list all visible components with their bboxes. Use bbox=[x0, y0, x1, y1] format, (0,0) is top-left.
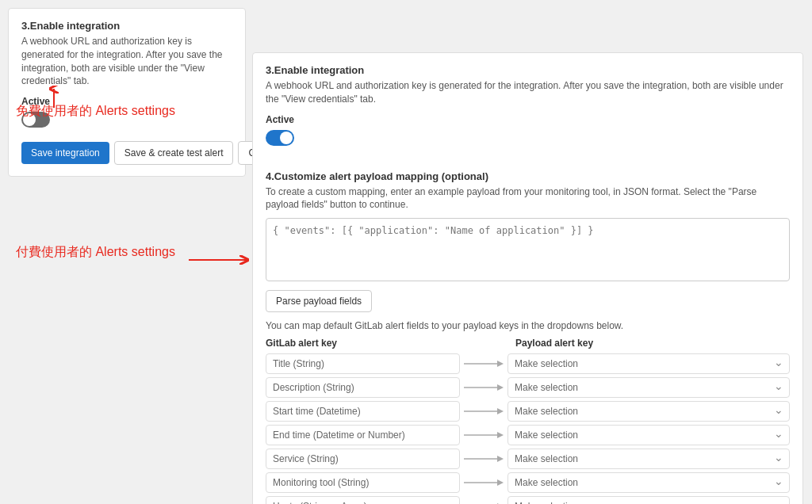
free-section3-title: 3.Enable integration bbox=[21, 20, 232, 32]
payload-select-wrapper: Make selection bbox=[508, 377, 790, 398]
payload-key-select[interactable]: Make selection bbox=[508, 401, 790, 422]
json-payload-textarea[interactable] bbox=[266, 218, 790, 281]
mapping-row: Make selection bbox=[266, 353, 790, 374]
svg-marker-3 bbox=[497, 361, 504, 367]
free-section3-desc: A webhook URL and authorization key is g… bbox=[21, 35, 232, 88]
payload-select-wrapper: Make selection bbox=[508, 472, 790, 493]
svg-marker-5 bbox=[497, 384, 504, 391]
gitlab-key-input bbox=[266, 353, 460, 374]
mapping-arrow-icon bbox=[460, 405, 508, 418]
gitlab-key-input bbox=[266, 425, 460, 445]
free-save-test-button[interactable]: Save & create test alert bbox=[114, 141, 234, 165]
mapping-row: Make selection bbox=[266, 496, 790, 504]
payload-key-select[interactable]: Make selection bbox=[508, 425, 790, 445]
paid-user-panel: 3.Enable integration A webhook URL and a… bbox=[252, 52, 803, 504]
mapping-row: Make selection bbox=[266, 377, 790, 398]
mapping-arrow-icon bbox=[460, 381, 508, 394]
mapping-row: Make selection bbox=[266, 425, 790, 445]
gitlab-key-input bbox=[266, 449, 460, 469]
paid-toggle[interactable] bbox=[266, 130, 294, 146]
section4-desc: To create a custom mapping, enter an exa… bbox=[266, 185, 790, 212]
col-payload-label: Payload alert key bbox=[468, 338, 790, 349]
free-annotation-label: 免費使用者的 Alerts settings bbox=[16, 103, 175, 120]
free-save-integration-button[interactable]: Save integration bbox=[21, 142, 109, 164]
payload-key-select[interactable]: Make selection bbox=[508, 449, 790, 469]
mapping-arrow-icon bbox=[460, 357, 508, 370]
svg-marker-9 bbox=[497, 432, 504, 438]
parse-payload-button[interactable]: Parse payload fields bbox=[266, 290, 372, 312]
payload-select-wrapper: Make selection bbox=[508, 401, 790, 422]
payload-select-wrapper: Make selection bbox=[508, 449, 790, 469]
gitlab-key-input bbox=[266, 496, 460, 504]
free-user-panel: 3.Enable integration A webhook URL and a… bbox=[8, 8, 246, 177]
paid-annotation-label: 付費使用者的 Alerts settings bbox=[16, 244, 175, 261]
col-gitlab-label: GitLab alert key bbox=[266, 338, 468, 349]
gitlab-key-input bbox=[266, 377, 460, 398]
mapping-arrow-icon bbox=[460, 429, 508, 441]
gitlab-key-input bbox=[266, 401, 460, 422]
paid-active-label: Active bbox=[266, 114, 790, 125]
mapping-rows: Make selectionMake selectionMake selecti… bbox=[266, 353, 790, 504]
svg-marker-11 bbox=[497, 456, 504, 462]
gitlab-key-input bbox=[266, 472, 460, 493]
payload-select-wrapper: Make selection bbox=[508, 425, 790, 445]
free-button-row: Save integration Save & create test aler… bbox=[21, 141, 232, 165]
payload-key-select[interactable]: Make selection bbox=[508, 353, 790, 374]
paid-section3-desc: A webhook URL and authorization key is g… bbox=[266, 79, 790, 106]
svg-marker-7 bbox=[497, 408, 504, 414]
mapping-arrow-icon bbox=[460, 500, 508, 504]
mapping-header: GitLab alert key Payload alert key bbox=[266, 338, 790, 349]
mapping-row: Make selection bbox=[266, 449, 790, 469]
payload-select-wrapper: Make selection bbox=[508, 353, 790, 374]
payload-key-select[interactable]: Make selection bbox=[508, 472, 790, 493]
mapping-arrow-icon bbox=[460, 452, 508, 465]
mapping-row: Make selection bbox=[266, 472, 790, 493]
mapping-row: Make selection bbox=[266, 401, 790, 422]
svg-marker-13 bbox=[497, 479, 504, 486]
payload-key-select[interactable]: Make selection bbox=[508, 496, 790, 504]
payload-key-select[interactable]: Make selection bbox=[508, 377, 790, 398]
section4-title: 4.Customize alert payload mapping (optio… bbox=[266, 170, 790, 182]
mapping-arrow-icon bbox=[460, 476, 508, 489]
paid-toggle-knob bbox=[280, 132, 293, 144]
paid-arrow bbox=[189, 252, 252, 270]
paid-section3-title: 3.Enable integration bbox=[266, 64, 790, 76]
payload-select-wrapper: Make selection bbox=[508, 496, 790, 504]
mapping-desc: You can map default GitLab alert fields … bbox=[266, 320, 790, 331]
